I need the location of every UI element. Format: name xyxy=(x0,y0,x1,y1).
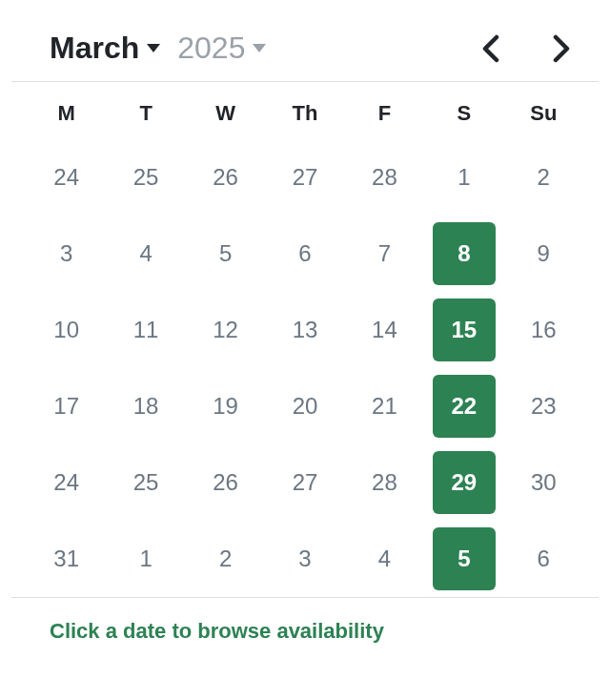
day-cell: 2 xyxy=(186,521,265,597)
day[interactable]: 6 xyxy=(512,527,575,590)
day[interactable]: 30 xyxy=(512,451,575,514)
day[interactable]: 23 xyxy=(512,375,575,438)
day[interactable]: 26 xyxy=(194,146,257,209)
day-cell: 6 xyxy=(265,216,344,292)
calendar-grid: MTWThFSSu2425262728123456789101112131415… xyxy=(11,82,599,597)
day[interactable]: 27 xyxy=(274,451,336,514)
day-cell: 14 xyxy=(345,292,424,368)
nav-group xyxy=(482,34,580,63)
day-cell: 29 xyxy=(424,444,503,521)
day[interactable]: 6 xyxy=(274,222,336,285)
day[interactable]: 9 xyxy=(512,222,575,285)
day-cell: 31 xyxy=(27,521,106,597)
day-cell: 17 xyxy=(27,368,106,444)
day[interactable]: 1 xyxy=(114,527,177,590)
day-cell: 1 xyxy=(424,139,503,216)
day[interactable]: 24 xyxy=(35,451,98,514)
day-cell: 27 xyxy=(265,139,344,216)
day[interactable]: 21 xyxy=(353,375,416,438)
day-cell: 26 xyxy=(186,444,265,521)
day-header: Th xyxy=(265,82,344,139)
day-cell: 7 xyxy=(345,216,424,292)
day-cell: 25 xyxy=(106,139,185,216)
day-cell: 5 xyxy=(186,216,265,292)
day-cell: 10 xyxy=(27,292,106,368)
prev-month-button[interactable] xyxy=(482,34,499,63)
day-cell: 1 xyxy=(106,521,185,597)
day[interactable]: 20 xyxy=(274,375,336,438)
chevron-left-icon xyxy=(482,34,499,63)
day[interactable]: 28 xyxy=(353,146,416,209)
day-header: W xyxy=(186,82,265,139)
day-cell: 3 xyxy=(265,521,344,597)
day-cell: 24 xyxy=(27,444,106,521)
day-header: S xyxy=(424,82,503,139)
day[interactable]: 13 xyxy=(274,299,336,361)
year-selector[interactable]: 2025 xyxy=(177,31,266,66)
day[interactable]: 17 xyxy=(35,375,98,438)
day-cell: 22 xyxy=(424,368,503,444)
day[interactable]: 26 xyxy=(194,451,257,514)
day[interactable]: 5 xyxy=(194,222,257,285)
caret-down-icon xyxy=(147,44,160,52)
day[interactable]: 2 xyxy=(512,146,575,209)
day-cell: 20 xyxy=(265,368,344,444)
day[interactable]: 2 xyxy=(194,527,257,590)
day-cell: 23 xyxy=(504,368,583,444)
day-cell: 9 xyxy=(504,216,583,292)
day[interactable]: 10 xyxy=(35,299,98,361)
day-cell: 16 xyxy=(504,292,583,368)
day[interactable]: 31 xyxy=(35,527,98,590)
day[interactable]: 16 xyxy=(512,299,575,361)
day-cell: 2 xyxy=(504,139,583,216)
day-cell: 12 xyxy=(186,292,265,368)
day-header: F xyxy=(345,82,424,139)
day-cell: 13 xyxy=(265,292,344,368)
day-cell: 5 xyxy=(424,521,503,597)
day-header: M xyxy=(27,82,106,139)
day[interactable]: 24 xyxy=(35,146,98,209)
calendar: March 2025 MTWThFSSu24252627281234567891… xyxy=(11,11,599,665)
day-available[interactable]: 29 xyxy=(433,451,496,514)
day-cell: 21 xyxy=(345,368,424,444)
month-year-group: March 2025 xyxy=(50,31,266,66)
day[interactable]: 7 xyxy=(353,222,416,285)
day[interactable]: 4 xyxy=(353,527,416,590)
day-cell: 6 xyxy=(504,521,583,597)
day-header: T xyxy=(106,82,185,139)
day[interactable]: 3 xyxy=(274,527,336,590)
day[interactable]: 1 xyxy=(433,146,496,209)
caret-down-icon xyxy=(253,44,266,52)
day[interactable]: 4 xyxy=(114,222,177,285)
day-cell: 11 xyxy=(106,292,185,368)
day[interactable]: 18 xyxy=(114,375,177,438)
day[interactable]: 11 xyxy=(114,299,177,361)
day-available[interactable]: 5 xyxy=(433,527,496,590)
year-label: 2025 xyxy=(177,31,245,66)
day-available[interactable]: 15 xyxy=(433,299,496,361)
day-cell: 8 xyxy=(424,216,503,292)
month-selector[interactable]: March xyxy=(50,31,160,66)
day-cell: 30 xyxy=(504,444,583,521)
day-cell: 18 xyxy=(106,368,185,444)
day[interactable]: 14 xyxy=(353,299,416,361)
day-cell: 19 xyxy=(186,368,265,444)
day-cell: 27 xyxy=(265,444,344,521)
day[interactable]: 25 xyxy=(114,451,177,514)
day-cell: 24 xyxy=(27,139,106,216)
day-available[interactable]: 8 xyxy=(433,222,496,285)
day-header: Su xyxy=(504,82,583,139)
day[interactable]: 3 xyxy=(35,222,98,285)
day[interactable]: 25 xyxy=(114,146,177,209)
day-cell: 26 xyxy=(186,139,265,216)
day[interactable]: 19 xyxy=(194,375,257,438)
day-cell: 28 xyxy=(345,444,424,521)
next-month-button[interactable] xyxy=(553,34,570,63)
day[interactable]: 28 xyxy=(353,451,416,514)
day[interactable]: 27 xyxy=(274,146,336,209)
month-label: March xyxy=(50,31,139,66)
day[interactable]: 12 xyxy=(194,299,257,361)
day-cell: 4 xyxy=(106,216,185,292)
day-cell: 3 xyxy=(27,216,106,292)
day-available[interactable]: 22 xyxy=(433,375,496,438)
